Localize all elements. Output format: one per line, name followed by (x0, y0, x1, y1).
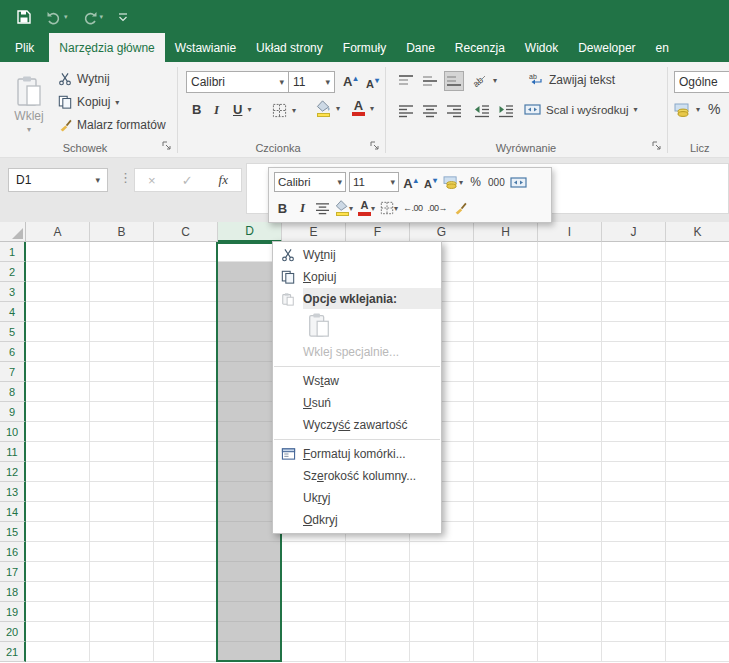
cell-G20[interactable] (410, 622, 474, 642)
cell-A8[interactable] (26, 382, 90, 402)
cell-K14[interactable] (666, 502, 729, 522)
cell-I20[interactable] (538, 622, 602, 642)
redo-caret-icon[interactable]: ▾ (100, 13, 104, 21)
cell-B2[interactable] (90, 262, 154, 282)
cell-I13[interactable] (538, 482, 602, 502)
cell-I18[interactable] (538, 582, 602, 602)
cell-F16[interactable] (346, 542, 410, 562)
cell-K12[interactable] (666, 462, 729, 482)
row-header-20[interactable]: 20 (0, 622, 26, 642)
cell-J10[interactable] (602, 422, 666, 442)
decrease-indent-button[interactable] (472, 101, 492, 121)
cell-J5[interactable] (602, 322, 666, 342)
tab-narzedzia-glowne[interactable]: Narzędzia główne (49, 33, 164, 62)
menu-item-kopiuj[interactable]: Kopiuj (273, 266, 441, 288)
cell-A2[interactable] (26, 262, 90, 282)
cell-H21[interactable] (474, 642, 538, 662)
cell-J4[interactable] (602, 302, 666, 322)
cell-I14[interactable] (538, 502, 602, 522)
cell-K6[interactable] (666, 342, 729, 362)
cell-H15[interactable] (474, 522, 538, 542)
cell-C17[interactable] (154, 562, 218, 582)
cell-C13[interactable] (154, 482, 218, 502)
tab-deweloper[interactable]: Deweloper (568, 33, 645, 62)
cell-H10[interactable] (474, 422, 538, 442)
cell-B17[interactable] (90, 562, 154, 582)
column-header-I[interactable]: I (538, 222, 602, 242)
accounting-caret-icon[interactable]: ▾ (696, 105, 700, 114)
underline-caret-icon[interactable]: ▾ (247, 105, 251, 114)
cell-J12[interactable] (602, 462, 666, 482)
column-header-K[interactable]: K (666, 222, 729, 242)
cell-I12[interactable] (538, 462, 602, 482)
clipboard-dialog-launcher[interactable] (162, 141, 174, 153)
cell-I7[interactable] (538, 362, 602, 382)
cell-I6[interactable] (538, 342, 602, 362)
row-header-11[interactable]: 11 (0, 442, 26, 462)
cell-H14[interactable] (474, 502, 538, 522)
cell-H9[interactable] (474, 402, 538, 422)
tab-formuly[interactable]: Formuły (333, 33, 396, 62)
cell-H8[interactable] (474, 382, 538, 402)
column-header-A[interactable]: A (26, 222, 90, 242)
cell-J16[interactable] (602, 542, 666, 562)
percent-style-button[interactable]: % (708, 101, 720, 117)
cell-C16[interactable] (154, 542, 218, 562)
cell-K11[interactable] (666, 442, 729, 462)
cell-B4[interactable] (90, 302, 154, 322)
mini-decrease-decimal-button[interactable]: ←.00 (402, 198, 424, 218)
cell-C7[interactable] (154, 362, 218, 382)
cell-A21[interactable] (26, 642, 90, 662)
cell-I11[interactable] (538, 442, 602, 462)
cell-A14[interactable] (26, 502, 90, 522)
cell-D19[interactable] (218, 602, 282, 622)
cell-I19[interactable] (538, 602, 602, 622)
row-header-4[interactable]: 4 (0, 302, 26, 322)
column-header-D[interactable]: D (218, 222, 282, 242)
undo-button[interactable]: ▾ (42, 7, 72, 27)
column-header-E[interactable]: E (282, 222, 346, 242)
cell-A7[interactable] (26, 362, 90, 382)
cell-J8[interactable] (602, 382, 666, 402)
cell-G16[interactable] (410, 542, 474, 562)
font-dialog-launcher[interactable] (370, 141, 382, 153)
alignment-dialog-launcher[interactable] (652, 141, 664, 153)
cell-C11[interactable] (154, 442, 218, 462)
row-header-15[interactable]: 15 (0, 522, 26, 542)
cell-A3[interactable] (26, 282, 90, 302)
cell-F20[interactable] (346, 622, 410, 642)
column-header-B[interactable]: B (90, 222, 154, 242)
menu-item-szerokosc-kolumny[interactable]: Szerokość kolumny... (273, 465, 441, 487)
cell-D21[interactable] (218, 642, 282, 662)
cell-B16[interactable] (90, 542, 154, 562)
align-middle-button[interactable] (420, 71, 440, 91)
cell-H11[interactable] (474, 442, 538, 462)
cell-H13[interactable] (474, 482, 538, 502)
cell-B7[interactable] (90, 362, 154, 382)
formula-bar-grip[interactable]: ⋮ (119, 170, 132, 185)
cell-J3[interactable] (602, 282, 666, 302)
row-header-14[interactable]: 14 (0, 502, 26, 522)
cut-button[interactable]: Wytnij (58, 72, 110, 86)
cell-B18[interactable] (90, 582, 154, 602)
column-header-J[interactable]: J (602, 222, 666, 242)
cell-J19[interactable] (602, 602, 666, 622)
cell-H5[interactable] (474, 322, 538, 342)
mini-borders-button[interactable]: ▾ (379, 198, 399, 218)
row-header-10[interactable]: 10 (0, 422, 26, 442)
customize-quick-access-button[interactable] (113, 7, 133, 27)
font-color-button[interactable]: A ▾ (352, 100, 374, 116)
cell-G18[interactable] (410, 582, 474, 602)
cell-A18[interactable] (26, 582, 90, 602)
insert-function-button[interactable]: fx (219, 172, 228, 188)
cell-E19[interactable] (282, 602, 346, 622)
row-header-16[interactable]: 16 (0, 542, 26, 562)
increase-indent-button[interactable] (496, 101, 516, 121)
grow-font-button[interactable]: A▴ (343, 73, 357, 87)
cell-C1[interactable] (154, 242, 218, 262)
mini-increase-decimal-button[interactable]: .00→ (427, 198, 449, 218)
cell-B10[interactable] (90, 422, 154, 442)
cell-H1[interactable] (474, 242, 538, 262)
number-format-combo[interactable]: Ogólne (674, 71, 729, 93)
font-name-combo[interactable]: Calibri ▾ (186, 71, 289, 93)
